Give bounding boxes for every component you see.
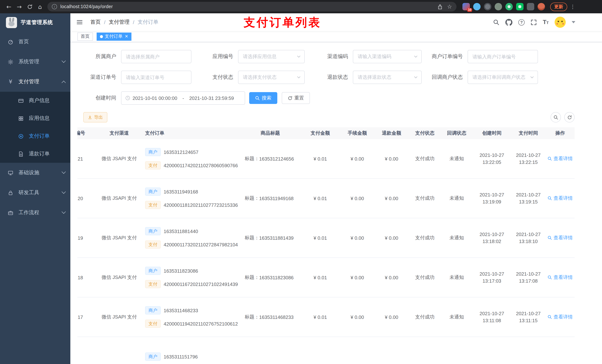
pay-status-label: 支付状态: [191, 74, 238, 81]
app-no-select[interactable]: 请选择应用信息: [238, 50, 305, 63]
address-bar[interactable]: i localhost:1024/pay/order ☆: [47, 2, 456, 11]
sidebar-item-dev-tools[interactable]: 研发工具: [0, 183, 70, 203]
sidebar-item-merchant-info[interactable]: 商户信息: [0, 92, 70, 110]
tab-home[interactable]: 首页: [77, 32, 93, 41]
view-detail-link[interactable]: 查看详情: [548, 155, 573, 162]
url-text[interactable]: localhost:1024/pay/order: [60, 4, 437, 9]
cell-create-time: [473, 337, 511, 364]
search-button[interactable]: 搜索: [249, 92, 277, 104]
hamburger-icon[interactable]: [70, 19, 86, 26]
extension-icon[interactable]: [516, 3, 524, 10]
merchant-order-no: 1635312124657: [164, 149, 198, 155]
cell-amount: [300, 337, 341, 364]
channel-code-select[interactable]: 请输入渠道编码: [353, 50, 422, 63]
search-icon: [548, 156, 552, 161]
pay-order-no: 4200001181202110277723215336: [164, 202, 238, 208]
show-search-toggle-button[interactable]: [550, 112, 561, 123]
cell-amount: ¥ 0.01: [300, 179, 341, 218]
browser-home-button[interactable]: ⌂: [35, 1, 45, 12]
cell-fee: ¥ 0.00: [341, 218, 374, 258]
filter-row-3: 创建时间 2021-10-01 00:00:00 - 2021-10-31 23…: [77, 91, 602, 105]
refund-status-select[interactable]: 请选择退款状态: [353, 71, 422, 84]
credit-card-icon: [18, 98, 24, 104]
browser-menu-icon[interactable]: ⋮: [570, 4, 575, 10]
browser-update-button[interactable]: 更新: [550, 2, 567, 11]
tab-pay-order[interactable]: 支付订单 ✕: [97, 32, 131, 41]
extension-icon[interactable]: [538, 3, 545, 10]
extension-icon[interactable]: [495, 3, 502, 10]
tab-close-icon[interactable]: ✕: [125, 34, 128, 39]
refresh-table-button[interactable]: [564, 112, 575, 123]
cell-pay-status: 支付成功: [409, 179, 441, 218]
sidebar-item-pay-order[interactable]: 支付订单: [0, 127, 70, 145]
bookmark-star-icon[interactable]: ☆: [447, 3, 452, 10]
extension-icon[interactable]: [527, 3, 534, 10]
sidebar-item-app-info[interactable]: 应用信息: [0, 110, 70, 127]
pay-order-no: 4200001173202110272847982104: [164, 242, 238, 247]
browser-forward-button[interactable]: →: [14, 1, 24, 12]
view-detail-link[interactable]: 查看详情: [548, 195, 573, 202]
cell-channel: 微信 JSAPI 支付: [97, 258, 141, 297]
view-detail-link[interactable]: 查看详情: [548, 235, 573, 241]
breadcrumb-home[interactable]: 首页: [90, 19, 101, 26]
cell-amount: ¥ 0.01: [300, 218, 341, 258]
date-start-value[interactable]: 2021-10-01 00:00:00: [133, 95, 177, 101]
cell-title: 标题：1635311468233: [241, 297, 300, 337]
font-size-icon[interactable]: TT: [543, 19, 549, 26]
table-toolbar: 导出: [77, 112, 575, 123]
browser-back-button[interactable]: ←: [4, 1, 14, 12]
sidebar-item-workflow[interactable]: 工作流程: [0, 203, 70, 223]
pay-status-select[interactable]: 请选择支付状态: [238, 71, 305, 84]
sidebar-item-home[interactable]: 首页: [0, 32, 70, 52]
caret-down-icon[interactable]: [572, 21, 575, 23]
view-detail-link[interactable]: 查看详情: [548, 274, 573, 281]
cell-fee: ¥ 0.00: [341, 258, 374, 297]
cell-title: 标题：1635311823086: [241, 258, 300, 297]
callback-status-select[interactable]: 请选择订单回调商户状态: [468, 71, 538, 84]
create-time-range-picker[interactable]: 2021-10-01 00:00:00 - 2021-10-31 23:59:5…: [121, 91, 245, 105]
page-content: 所属商户 应用编号 请选择应用信息 渠道编码 请输入渠道编码 商户订单编号: [70, 42, 602, 364]
table-row: 商户1635311151796: [77, 337, 575, 364]
cell-title: 标题：1635311881439: [241, 218, 300, 258]
merchant-order-no-input[interactable]: [468, 50, 538, 63]
sidebar-item-system[interactable]: 系统管理: [0, 52, 70, 72]
help-icon[interactable]: ?: [518, 19, 525, 25]
export-button[interactable]: 导出: [83, 112, 107, 123]
reset-button[interactable]: 重置: [282, 92, 310, 104]
extension-icon[interactable]: [484, 3, 491, 10]
extension-icon[interactable]: [505, 3, 513, 10]
sidebar-item-refund-order[interactable]: 退款订单: [0, 145, 70, 163]
chevron-down-icon: [414, 75, 418, 80]
cell-pay-time: 2021-10-2713:22:15: [511, 139, 546, 178]
sidebar-item-infrastructure[interactable]: 基础设施: [0, 163, 70, 183]
site-info-icon[interactable]: i: [52, 4, 57, 9]
view-detail-link[interactable]: 查看详情: [548, 314, 573, 320]
extension-icon[interactable]: [473, 3, 481, 10]
download-icon: [88, 115, 92, 119]
channel-code-label: 渠道编码: [305, 53, 353, 60]
channel-order-no-input[interactable]: [121, 71, 191, 83]
browser-reload-button[interactable]: [24, 1, 35, 12]
table-row: 19 微信 JSAPI 支付 商户1635311881440 支付4200001…: [77, 218, 575, 258]
date-end-value[interactable]: 2021-10-31 23:59:59: [189, 95, 234, 101]
share-icon[interactable]: [437, 4, 443, 10]
merchant-input[interactable]: [121, 50, 191, 63]
extension-icon[interactable]: 10: [462, 3, 470, 10]
cell-pay-status: [409, 337, 441, 364]
sidebar-item-payment[interactable]: ¥ 支付管理: [0, 72, 70, 92]
github-icon[interactable]: [505, 19, 512, 26]
app-logo-row: 芋道管理系统: [0, 13, 70, 32]
user-avatar[interactable]: [555, 17, 566, 28]
lock-icon: [7, 190, 14, 196]
pay-tag: 支付: [145, 201, 161, 209]
active-dot-icon: [100, 35, 103, 38]
search-icon[interactable]: [493, 19, 499, 25]
cell-pay-order: 商户1635312124657 支付4200001174202110278060…: [141, 139, 241, 178]
breadcrumb-payment[interactable]: 支付管理: [109, 19, 129, 26]
cell-pay-status: 支付成功: [409, 258, 441, 297]
screen: ← → ⌂ i localhost:1024/pay/order ☆ 10 更新…: [0, 0, 602, 364]
fullscreen-icon[interactable]: [531, 19, 537, 25]
merchant-order-no: 1635311881440: [164, 229, 198, 234]
merchant-tag: 商户: [145, 306, 161, 314]
cell-pay-time: 2021-10-2713:17:08: [511, 258, 546, 297]
